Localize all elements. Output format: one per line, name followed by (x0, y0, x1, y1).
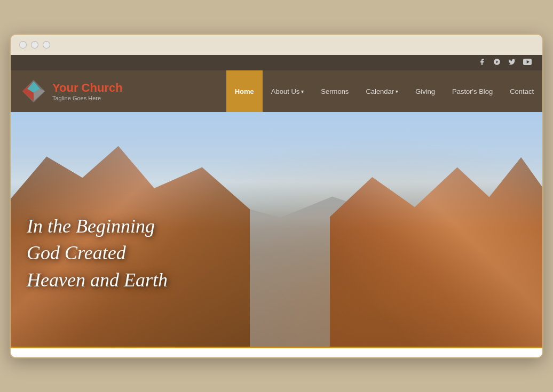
nav-links: Home About Us ▾ Sermons Calendar ▾ Givin… (226, 70, 542, 112)
browser-chrome (11, 35, 542, 55)
twitter-icon[interactable] (508, 58, 516, 67)
hero-section: In the Beginning God Created Heaven and … (11, 112, 542, 347)
browser-dot-maximize[interactable] (43, 41, 50, 49)
chevron-down-icon: ▾ (396, 89, 398, 94)
nav-item-giving[interactable]: Giving (407, 70, 444, 112)
logo-tagline: Tagline Goes Here (52, 95, 123, 101)
google-plus-icon[interactable] (493, 58, 501, 67)
logo-section: Your Church Tagline Goes Here (11, 70, 133, 112)
hero-line3: Heaven and Earth (27, 267, 168, 293)
browser-dot-close[interactable] (19, 41, 27, 49)
chevron-down-icon: ▾ (301, 89, 304, 94)
browser-frame: Your Church Tagline Goes Here Home About… (10, 34, 543, 358)
nav-item-calendar[interactable]: Calendar ▾ (357, 70, 407, 112)
church-name: Your Church (52, 81, 123, 95)
bottom-strip (11, 347, 542, 357)
hero-text: In the Beginning God Created Heaven and … (27, 213, 168, 293)
nav-item-sermons[interactable]: Sermons (312, 70, 357, 112)
nav-bar: Your Church Tagline Goes Here Home About… (11, 70, 542, 112)
website-content: Your Church Tagline Goes Here Home About… (11, 55, 542, 357)
nav-item-about[interactable]: About Us ▾ (263, 70, 312, 112)
browser-dot-minimize[interactable] (31, 41, 38, 49)
youtube-icon[interactable] (523, 59, 532, 67)
hero-line1: In the Beginning (27, 213, 168, 239)
logo-text-group: Your Church Tagline Goes Here (52, 81, 123, 101)
social-bar (11, 55, 542, 70)
nav-item-contact[interactable]: Contact (501, 70, 542, 112)
logo-icon (21, 79, 46, 103)
nav-item-home[interactable]: Home (226, 70, 263, 112)
hero-line2: God Created (27, 239, 168, 266)
facebook-icon[interactable] (478, 58, 486, 67)
nav-item-pastors-blog[interactable]: Pastor's Blog (444, 70, 501, 112)
